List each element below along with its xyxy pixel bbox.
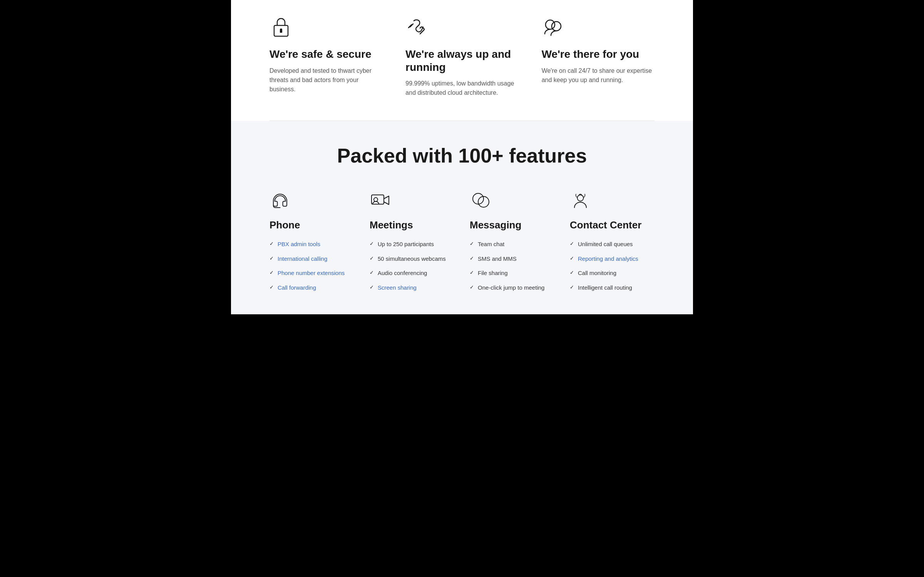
check-icon: ✓ bbox=[270, 284, 274, 291]
list-item: ✓ Team chat bbox=[470, 240, 554, 248]
list-item: ✓ Up to 250 participants bbox=[370, 240, 454, 248]
list-item: ✓ File sharing bbox=[470, 269, 554, 277]
check-icon: ✓ bbox=[570, 241, 574, 247]
list-item: ✓ One-click jump to meeting bbox=[470, 284, 554, 292]
video-meeting-icon bbox=[370, 190, 391, 211]
up-to-250-text: Up to 250 participants bbox=[378, 240, 434, 248]
list-item: ✓ Call forwarding bbox=[270, 284, 354, 292]
category-messaging: Messaging ✓ Team chat ✓ SMS and MMS ✓ Fi… bbox=[470, 190, 554, 291]
top-features-grid: We're safe & secure Developed and tested… bbox=[270, 15, 654, 97]
list-item: ✓ 50 simultaneous webcams bbox=[370, 255, 454, 263]
sms-mms-text: SMS and MMS bbox=[478, 255, 517, 263]
intelligent-call-routing-text: Intelligent call routing bbox=[578, 284, 632, 292]
file-sharing-text: File sharing bbox=[478, 269, 508, 277]
phone-number-extensions-link[interactable]: Phone number extensions bbox=[278, 269, 345, 277]
check-icon: ✓ bbox=[370, 255, 374, 262]
list-item: ✓ Reporting and analytics bbox=[570, 255, 654, 263]
50-webcams-text: 50 simultaneous webcams bbox=[378, 255, 446, 263]
check-icon: ✓ bbox=[270, 270, 274, 276]
svg-point-2 bbox=[280, 29, 282, 31]
list-item: ✓ Unlimited call queues bbox=[570, 240, 654, 248]
check-icon: ✓ bbox=[470, 255, 474, 262]
svg-point-6 bbox=[374, 198, 378, 201]
svg-point-9 bbox=[578, 195, 584, 201]
list-item: ✓ Call monitoring bbox=[570, 269, 654, 277]
lock-icon bbox=[270, 15, 293, 39]
messaging-category-title: Messaging bbox=[470, 219, 554, 231]
bottom-section: Packed with 100+ features Phone ✓ PBX ad… bbox=[231, 121, 693, 314]
international-calling-link[interactable]: International calling bbox=[278, 255, 327, 263]
packed-title: Packed with 100+ features bbox=[270, 144, 654, 167]
there-for-you-desc: We're on call 24/7 to share our expertis… bbox=[542, 66, 654, 85]
phone-feature-list: ✓ PBX admin tools ✓ International callin… bbox=[270, 240, 354, 291]
check-icon: ✓ bbox=[570, 255, 574, 262]
check-icon: ✓ bbox=[470, 284, 474, 291]
contact-center-category-title: Contact Center bbox=[570, 219, 654, 231]
check-icon: ✓ bbox=[370, 284, 374, 291]
list-item: ✓ International calling bbox=[270, 255, 354, 263]
feature-safe-secure: We're safe & secure Developed and tested… bbox=[270, 15, 382, 97]
list-item: ✓ PBX admin tools bbox=[270, 240, 354, 248]
feature-always-running: We're always up and running 99.999% upti… bbox=[405, 15, 518, 97]
support-agent-icon bbox=[570, 190, 591, 211]
meetings-feature-list: ✓ Up to 250 participants ✓ 50 simultaneo… bbox=[370, 240, 454, 291]
feature-there-for-you: We're there for you We're on call 24/7 t… bbox=[542, 15, 654, 97]
screen-sharing-link[interactable]: Screen sharing bbox=[378, 284, 417, 292]
list-item: ✓ Audio conferencing bbox=[370, 269, 454, 277]
list-item: ✓ Screen sharing bbox=[370, 284, 454, 292]
call-forwarding-link[interactable]: Call forwarding bbox=[278, 284, 316, 292]
chat-bubble-icon bbox=[470, 190, 491, 211]
category-meetings: Meetings ✓ Up to 250 participants ✓ 50 s… bbox=[370, 190, 454, 291]
svg-point-3 bbox=[546, 20, 555, 29]
check-icon: ✓ bbox=[270, 241, 274, 247]
check-icon: ✓ bbox=[570, 270, 574, 276]
call-monitoring-text: Call monitoring bbox=[578, 269, 616, 277]
contact-center-feature-list: ✓ Unlimited call queues ✓ Reporting and … bbox=[570, 240, 654, 291]
check-icon: ✓ bbox=[370, 241, 374, 247]
audio-conferencing-text: Audio conferencing bbox=[378, 269, 427, 277]
check-icon: ✓ bbox=[270, 255, 274, 262]
phone-speed-icon bbox=[405, 15, 429, 39]
check-icon: ✓ bbox=[370, 270, 374, 276]
pbx-admin-tools-link[interactable]: PBX admin tools bbox=[278, 240, 320, 248]
unlimited-call-queues-text: Unlimited call queues bbox=[578, 240, 633, 248]
category-phone: Phone ✓ PBX admin tools ✓ International … bbox=[270, 190, 354, 291]
there-for-you-title: We're there for you bbox=[542, 48, 654, 61]
check-icon: ✓ bbox=[470, 241, 474, 247]
top-section: We're safe & secure Developed and tested… bbox=[231, 0, 693, 121]
one-click-jump-text: One-click jump to meeting bbox=[478, 284, 544, 292]
list-item: ✓ Intelligent call routing bbox=[570, 284, 654, 292]
meetings-category-title: Meetings bbox=[370, 219, 454, 231]
list-item: ✓ Phone number extensions bbox=[270, 269, 354, 277]
messaging-feature-list: ✓ Team chat ✓ SMS and MMS ✓ File sharing… bbox=[470, 240, 554, 291]
categories-grid: Phone ✓ PBX admin tools ✓ International … bbox=[270, 190, 654, 291]
reporting-analytics-link[interactable]: Reporting and analytics bbox=[578, 255, 638, 263]
check-icon: ✓ bbox=[570, 284, 574, 291]
headset-icon bbox=[270, 190, 291, 211]
safe-secure-desc: Developed and tested to thwart cyber thr… bbox=[270, 66, 382, 94]
list-item: ✓ SMS and MMS bbox=[470, 255, 554, 263]
check-icon: ✓ bbox=[470, 270, 474, 276]
always-running-desc: 99.999% uptimes, low bandwidth usage and… bbox=[405, 79, 518, 97]
svg-point-4 bbox=[552, 22, 561, 31]
safe-secure-title: We're safe & secure bbox=[270, 48, 382, 61]
always-running-title: We're always up and running bbox=[405, 48, 518, 74]
phone-category-title: Phone bbox=[270, 219, 354, 231]
chat-support-icon bbox=[542, 15, 565, 39]
category-contact-center: Contact Center ✓ Unlimited call queues ✓… bbox=[570, 190, 654, 291]
team-chat-text: Team chat bbox=[478, 240, 504, 248]
